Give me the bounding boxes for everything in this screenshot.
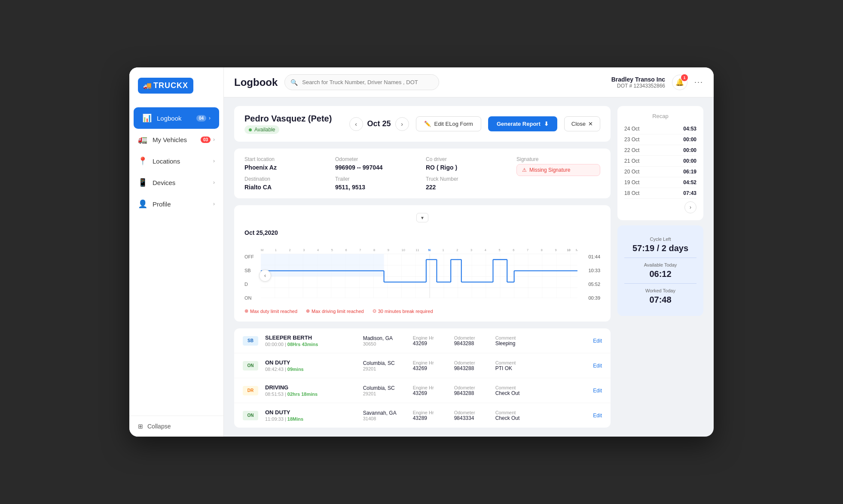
- worked-today-label: Worked Today: [624, 288, 696, 293]
- date-prev-button[interactable]: ‹: [349, 117, 363, 131]
- trip-info-card: Start location Phoenix Az Destination Ri…: [234, 149, 611, 198]
- sidebar-item-logbook[interactable]: 📊 Logbook 04 ›: [134, 107, 219, 129]
- table-row: ON ON DUTY 11:09:33 | 18Mins Savannah, G…: [234, 403, 611, 428]
- entry-engine-on2: Engine Hr 43289: [413, 410, 447, 421]
- edit-elog-button[interactable]: ✏️ Edit ELog Form: [416, 116, 481, 131]
- generate-report-label: Generate Report: [497, 121, 541, 127]
- company-dot: DOT # 12343352866: [611, 83, 665, 89]
- devices-chevron-icon: ›: [213, 179, 215, 185]
- sidebar-item-devices[interactable]: 📱 Devices ›: [129, 172, 223, 193]
- chart-row-d-time: 05:52: [581, 277, 600, 291]
- svg-text:11: 11: [415, 248, 419, 252]
- driver-info: Pedro Vasquez (Pete) Available: [244, 114, 342, 134]
- svg-text:6: 6: [513, 248, 514, 252]
- list-item: 18 Oct 07:43: [624, 188, 696, 199]
- sidebar-logo: 🚚 TRUCKX: [129, 67, 223, 104]
- recap-time-1: 00:00: [683, 137, 696, 143]
- close-button[interactable]: Close ✕: [564, 116, 600, 131]
- svg-text:5: 5: [499, 248, 501, 252]
- profile-icon: 👤: [138, 199, 147, 209]
- svg-text:9: 9: [555, 248, 557, 252]
- entry-start-on1: 08:42:43: [265, 367, 284, 372]
- search-input[interactable]: [284, 74, 439, 90]
- entry-engine-dr: Engine Hr 43269: [413, 385, 447, 396]
- entry-edit-sb[interactable]: Edit: [593, 338, 602, 344]
- recap-next-button[interactable]: ›: [684, 201, 696, 213]
- sidebar: 🚚 TRUCKX 📊 Logbook 04 › 🚛 My Vehicles 03…: [129, 67, 224, 437]
- chart-card: ▼ Oct 25,2020 OFF SB D ON ‹: [234, 205, 611, 322]
- signature-item: Signature ⚠ Missing Signature: [516, 156, 600, 176]
- collapse-label: Collapse: [147, 423, 171, 430]
- vehicles-badge: 03: [201, 137, 211, 143]
- entry-location-on1: Columbia, SC 29201: [363, 360, 406, 371]
- sidebar-nav: 📊 Logbook 04 › 🚛 My Vehicles 03 › 📍 Loca…: [129, 104, 223, 416]
- chart-row-off-label: OFF: [244, 250, 257, 264]
- svg-text:5: 5: [331, 248, 333, 252]
- list-item: 23 Oct 00:00: [624, 134, 696, 145]
- app-header: Logbook 🔍 Bradley Transo Inc DOT # 12343…: [224, 67, 714, 97]
- more-options-button[interactable]: ···: [694, 78, 703, 87]
- status-dot: [249, 128, 252, 131]
- entry-edit-on2[interactable]: Edit: [593, 413, 602, 419]
- truck-icon: 🚚: [143, 82, 152, 90]
- chart-row-on-time: 00:39: [581, 291, 600, 305]
- sidebar-item-label-logbook: Logbook: [157, 115, 196, 122]
- notification-badge: 1: [681, 74, 688, 81]
- entry-odometer-on2: Odometer 9843334: [454, 410, 489, 421]
- svg-text:3: 3: [470, 248, 472, 252]
- sidebar-item-label-profile: Profile: [153, 200, 213, 208]
- profile-chevron-icon: ›: [213, 201, 215, 207]
- logo: 🚚 TRUCKX: [138, 78, 193, 94]
- entry-edit-on1[interactable]: Edit: [593, 363, 602, 369]
- collapse-icon: ⊞: [138, 423, 143, 430]
- page-title: Logbook: [234, 76, 278, 88]
- chart-prev-button[interactable]: ‹: [259, 270, 271, 282]
- close-icon: ✕: [588, 121, 593, 127]
- chart-dropdown-button[interactable]: ▼: [416, 213, 428, 222]
- entry-odometer-sb: Odometer 9843288: [454, 335, 489, 346]
- collapse-button[interactable]: ⊞ Collapse: [138, 423, 215, 430]
- trailer-label: Trailer: [335, 176, 419, 182]
- edit-elog-label: Edit ELog Form: [434, 121, 473, 127]
- svg-text:7: 7: [359, 248, 361, 252]
- my-vehicles-icon: 🚛: [138, 135, 147, 144]
- odometer-item: Odometer 996909 -- 997044 Trailer 9511, …: [335, 156, 419, 191]
- svg-text:M: M: [261, 248, 263, 252]
- sidebar-item-profile[interactable]: 👤 Profile ›: [129, 193, 223, 215]
- generate-report-button[interactable]: Generate Report ⬇: [488, 116, 557, 131]
- entry-time-dr: 08:51:53 | 02hrs 18mins: [265, 392, 356, 397]
- signature-label: Signature: [516, 156, 600, 162]
- sidebar-item-my-vehicles[interactable]: 🚛 My Vehicles 03 ›: [129, 129, 223, 150]
- entry-type-badge-on2: ON: [243, 411, 258, 420]
- entry-type-badge-on1: ON: [243, 361, 258, 370]
- chart-row-off-time: 01:44: [581, 250, 600, 264]
- date-next-button[interactable]: ›: [395, 117, 409, 131]
- driver-header-card: Pedro Vasquez (Pete) Available ‹ Oct 25 …: [234, 106, 611, 142]
- warning-break-text: 30 minutes break required: [378, 309, 433, 314]
- truck-number-label: Truck Number: [426, 176, 510, 182]
- entry-main-sb: SLEEPER BERTH 00:00:00 | 08Hrs 43mins: [265, 334, 356, 347]
- missing-signature-badge: ⚠ Missing Signature: [516, 164, 600, 176]
- recap-time-2: 00:00: [683, 147, 696, 153]
- right-panel: Recap 24 Oct 04:53 23 Oct 00:00 22 Oct 0…: [617, 106, 703, 428]
- recap-time-4: 06:19: [683, 169, 696, 175]
- start-location-value: Phoenix Az: [244, 164, 328, 171]
- svg-text:1: 1: [275, 248, 277, 252]
- sidebar-item-locations[interactable]: 📍 Locations ›: [129, 150, 223, 172]
- odometer-value: 996909 -- 997044: [335, 164, 419, 171]
- list-item: 22 Oct 00:00: [624, 145, 696, 156]
- chart-row-on-label: ON: [244, 291, 257, 305]
- svg-text:1: 1: [443, 248, 444, 252]
- entry-engine-on1: Engine Hr 43269: [413, 360, 447, 371]
- entry-start-dr: 08:51:53: [265, 392, 284, 397]
- cycle-left-value: 57:19 / 2 days: [624, 243, 696, 253]
- notification-button[interactable]: 🔔 1: [672, 75, 687, 90]
- entry-location-dr: Columbia, SC 29201: [363, 385, 406, 396]
- co-driver-value: RO ( Rigo ): [426, 164, 510, 171]
- warning-duty-icon: ⊗: [244, 308, 248, 314]
- entry-edit-dr[interactable]: Edit: [593, 388, 602, 394]
- entry-name-on2: ON DUTY: [265, 409, 356, 416]
- svg-text:4: 4: [317, 248, 319, 252]
- recap-time-5: 04:52: [683, 179, 696, 185]
- start-location-label: Start location: [244, 156, 328, 162]
